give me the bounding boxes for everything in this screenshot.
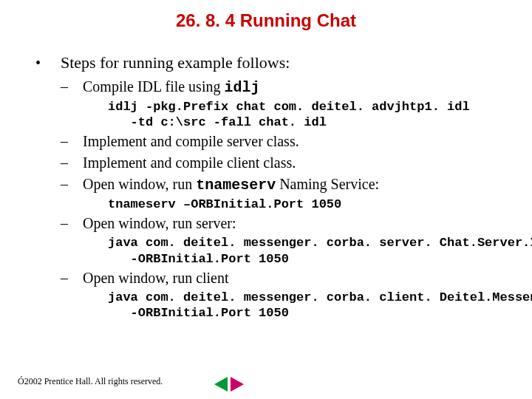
bullet-dot: • (35, 53, 61, 73)
dash-icon: – (61, 153, 83, 173)
nav-buttons (214, 377, 244, 392)
slide-content: • Steps for running example follows: – C… (0, 52, 532, 321)
sub2-text: Implement and compile server class. (83, 132, 299, 151)
dash-icon: – (61, 132, 83, 151)
code-block-3: java com. deitel. messenger. corba. serv… (108, 235, 517, 267)
dash-icon: – (61, 174, 83, 194)
slide-title: 26. 8. 4 Running Chat (0, 10, 532, 31)
copyright-text: 2002 Prentice Hall. All rights reserved. (24, 376, 163, 387)
next-slide-icon[interactable] (231, 377, 244, 392)
sub5-text: Open window, run server: (83, 214, 236, 233)
sub3-text: Implement and compile client class. (83, 153, 296, 173)
dash-icon: – (61, 214, 83, 233)
dash-icon: – (61, 268, 83, 288)
copyright-symbol: Ó (18, 376, 24, 387)
dash-icon: – (61, 77, 83, 97)
sub4-text: Open window, run tnameserv Naming Servic… (83, 174, 379, 195)
sub1-text: Compile IDL file using idlj (83, 77, 259, 98)
code-block-2: tnameserv –ORBInitial.Port 1050 (108, 197, 517, 212)
sub6-text: Open window, run client (83, 268, 229, 288)
code-block-4: java com. deitel. messenger. corba. clie… (108, 290, 517, 321)
code-block-1: idlj -pkg.Prefix chat com. deitel. advjh… (108, 99, 517, 131)
prev-slide-icon[interactable] (214, 377, 228, 392)
main-bullet-text: Steps for running example follows: (61, 52, 290, 74)
footer: Ó 2002 Prentice Hall. All rights reserve… (18, 376, 514, 387)
